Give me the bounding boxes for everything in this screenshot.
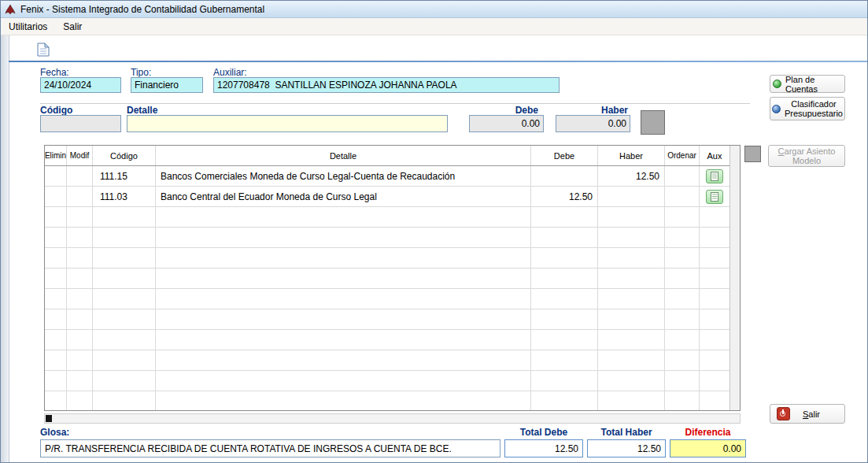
codigo-input[interactable] bbox=[40, 115, 121, 132]
haber-input[interactable] bbox=[556, 115, 630, 132]
cell-debe bbox=[531, 166, 598, 186]
entries-table: Elimin Modif Código Detalle Debe Haber O… bbox=[44, 145, 741, 411]
cell-ordenar bbox=[665, 330, 700, 350]
tipo-input[interactable] bbox=[131, 77, 203, 93]
aux-button[interactable] bbox=[706, 169, 723, 183]
table-row[interactable] bbox=[45, 248, 729, 269]
col-elimin: Elimin bbox=[45, 146, 67, 165]
cell-modif[interactable] bbox=[67, 228, 93, 247]
clasificador-icon bbox=[772, 105, 781, 113]
cell-debe bbox=[531, 350, 598, 370]
table-row[interactable]: 111.15 Bancos Comerciales Moneda de Curs… bbox=[45, 166, 729, 187]
cell-debe bbox=[531, 309, 598, 329]
menu-utilitarios[interactable]: Utilitarios bbox=[5, 20, 51, 34]
plan-de-cuentas-button[interactable]: Plan de Cuentas bbox=[770, 75, 845, 93]
cell-modif[interactable] bbox=[67, 269, 93, 288]
table-row[interactable] bbox=[45, 207, 729, 228]
cell-elimin[interactable] bbox=[45, 166, 67, 186]
cell-ordenar bbox=[665, 187, 700, 206]
debe-input[interactable] bbox=[469, 115, 544, 132]
cell-elimin[interactable] bbox=[45, 248, 67, 268]
cell-elimin[interactable] bbox=[45, 187, 67, 206]
cell-modif[interactable] bbox=[67, 391, 93, 410]
cell-elimin[interactable] bbox=[45, 391, 67, 410]
table-row[interactable] bbox=[45, 391, 729, 410]
cell-detalle bbox=[156, 371, 531, 391]
cell-codigo: 111.15 bbox=[93, 166, 156, 186]
power-icon bbox=[777, 407, 790, 420]
cell-codigo bbox=[93, 371, 156, 391]
cell-haber bbox=[598, 207, 665, 227]
glosa-label: Glosa: bbox=[40, 427, 69, 438]
cell-ordenar bbox=[665, 350, 700, 370]
window-title: Fenix - Sistema Integrado de Contabilida… bbox=[20, 4, 264, 15]
cell-elimin[interactable] bbox=[45, 228, 67, 247]
cell-elimin[interactable] bbox=[45, 289, 67, 309]
table-horizontal-scrollbar[interactable] bbox=[44, 413, 741, 424]
clasificador-label-line1: Clasificador bbox=[791, 99, 836, 109]
entry-action-button[interactable] bbox=[641, 110, 665, 135]
table-row[interactable] bbox=[45, 289, 729, 309]
clasificador-presupuestario-button[interactable]: Clasificador Presupuestario bbox=[770, 97, 845, 120]
cell-aux bbox=[700, 248, 729, 268]
cell-modif[interactable] bbox=[67, 371, 93, 391]
cargar-asiento-label-line1: Cargar Asiento bbox=[778, 146, 836, 156]
cell-elimin[interactable] bbox=[45, 371, 67, 391]
cell-modif[interactable] bbox=[67, 248, 93, 268]
cell-detalle bbox=[156, 289, 531, 309]
cell-debe bbox=[531, 330, 598, 350]
table-row[interactable] bbox=[45, 350, 729, 371]
aux-button[interactable] bbox=[706, 190, 723, 204]
diferencia-label: Diferencia bbox=[670, 427, 746, 438]
cargar-asiento-modelo-button[interactable]: Cargar Asiento Modelo bbox=[768, 145, 845, 167]
col-detalle: Detalle bbox=[156, 146, 531, 165]
cell-haber bbox=[598, 309, 665, 329]
cell-codigo bbox=[93, 228, 156, 247]
cell-haber bbox=[598, 289, 665, 309]
table-row[interactable] bbox=[45, 371, 729, 391]
col-modif: Modif bbox=[67, 146, 93, 165]
cell-elimin[interactable] bbox=[45, 207, 67, 227]
table-row[interactable] bbox=[45, 269, 729, 289]
cell-elimin[interactable] bbox=[45, 330, 67, 350]
cell-detalle bbox=[156, 391, 531, 410]
cell-haber bbox=[598, 371, 665, 391]
cell-haber bbox=[598, 330, 665, 350]
auxiliar-input[interactable] bbox=[213, 77, 560, 93]
total-haber-label: Total Haber bbox=[587, 427, 666, 438]
cell-ordenar bbox=[665, 166, 700, 186]
new-document-icon[interactable] bbox=[35, 42, 51, 57]
cell-elimin[interactable] bbox=[45, 309, 67, 329]
cell-modif[interactable] bbox=[67, 350, 93, 370]
cell-modif[interactable] bbox=[67, 166, 93, 186]
detalle-input[interactable] bbox=[127, 115, 448, 132]
debe-label: Debe bbox=[469, 105, 538, 116]
horizontal-scrollbar-thumb[interactable] bbox=[46, 415, 52, 422]
cell-aux bbox=[700, 166, 729, 186]
cell-elimin[interactable] bbox=[45, 350, 67, 370]
table-row[interactable] bbox=[45, 228, 729, 248]
table-vertical-scrollbar[interactable] bbox=[729, 146, 740, 410]
detalle-label: Detalle bbox=[127, 105, 157, 116]
table-row[interactable] bbox=[45, 330, 729, 350]
plan-de-cuentas-label: Plan de Cuentas bbox=[785, 75, 842, 94]
table-row[interactable] bbox=[45, 309, 729, 330]
cell-modif[interactable] bbox=[67, 187, 93, 206]
cell-ordenar bbox=[665, 309, 700, 329]
menu-salir[interactable]: Salir bbox=[59, 20, 86, 34]
left-panel-strip bbox=[1, 35, 9, 463]
diferencia-value bbox=[670, 439, 746, 457]
cell-modif[interactable] bbox=[67, 289, 93, 309]
cell-debe bbox=[531, 207, 598, 227]
salir-button[interactable]: Salir bbox=[770, 404, 845, 424]
cell-modif[interactable] bbox=[67, 309, 93, 329]
table-row[interactable]: 111.03 Banco Central del Ecuador Moneda … bbox=[45, 187, 729, 207]
cell-modif[interactable] bbox=[67, 330, 93, 350]
cell-codigo bbox=[93, 350, 156, 370]
cell-detalle bbox=[156, 248, 531, 268]
glosa-input[interactable] bbox=[40, 439, 500, 457]
cell-elimin[interactable] bbox=[45, 269, 67, 288]
cell-modif[interactable] bbox=[67, 207, 93, 227]
cell-ordenar bbox=[665, 207, 700, 227]
fecha-input[interactable] bbox=[40, 77, 121, 93]
